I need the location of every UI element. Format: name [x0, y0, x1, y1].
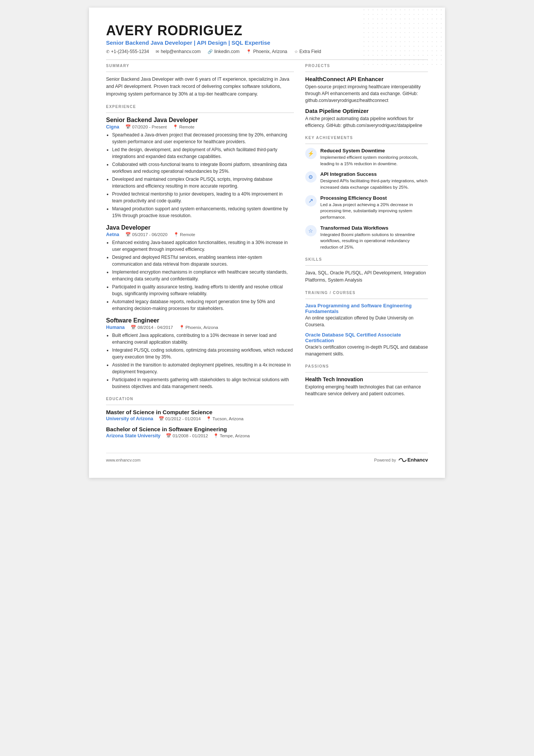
header-divider: [106, 59, 428, 60]
projects-divider: [305, 72, 428, 72]
job-company-aetna: Aetna: [106, 232, 119, 237]
achievement-icon-3: ☆: [305, 225, 317, 236]
bullet: Developed and maintained complex Oracle …: [112, 176, 294, 189]
project-text-1: A niche project automating data pipeline…: [305, 115, 428, 129]
edu-dates-bachelors: 📅 01/2008 - 01/2012: [166, 433, 208, 438]
project-title-0: HealthConnect API Enhancer: [305, 76, 428, 82]
resume-page: AVERY RODRIGUEZ Senior Backend Java Deve…: [89, 8, 445, 478]
course-0: Java Programming and Software Engineerin…: [305, 303, 428, 328]
left-column: SUMMARY Senior Backend Java Developer wi…: [106, 64, 294, 445]
achievements-section: KEY ACHIEVEMENTS ⚡ Reduced System Downti…: [305, 136, 428, 250]
location-icon: 📍: [246, 49, 251, 54]
passions-label: PASSIONS: [305, 364, 428, 368]
cal-icon: 📅: [125, 232, 131, 237]
bullet: Assisted in the transition to automated …: [112, 362, 294, 375]
bullet: Designed and deployed RESTful services, …: [112, 254, 294, 268]
pin-icon: 📍: [179, 325, 184, 330]
achievement-icon-2: ↗: [305, 195, 317, 207]
achievement-icon-0: ⚡: [305, 148, 317, 159]
job-dates-aetna: 📅 05/2017 - 06/2020: [125, 232, 167, 237]
course-title-0: Java Programming and Software Engineerin…: [305, 303, 428, 314]
project-text-0: Open-source project improving healthcare…: [305, 83, 428, 104]
bullet: Participated in quality assurance testin…: [112, 283, 294, 297]
header-section: AVERY RODRIGUEZ Senior Backend Java Deve…: [106, 23, 428, 54]
achievement-content-0: Reduced System Downtime Implemented effi…: [320, 148, 428, 167]
job-meta-cigna: Cigna 📅 07/2020 - Present 📍 Remote: [106, 124, 294, 130]
achievement-title-0: Reduced System Downtime: [320, 148, 428, 153]
pin-icon: 📍: [206, 416, 211, 421]
bullet: Enhanced existing Java-based application…: [112, 239, 294, 253]
achievement-content-3: Transformed Data Workflows Integrated Bo…: [320, 225, 428, 250]
summary-text: Senior Backend Java Developer with over …: [106, 76, 294, 98]
achievement-3: ☆ Transformed Data Workflows Integrated …: [305, 225, 428, 250]
education-label: EDUCATION: [106, 397, 294, 401]
contact-web: 🔗 linkedin.com: [208, 49, 240, 54]
edu-school-asu: Arizona State University: [106, 433, 161, 438]
bullet: Collaborated with cross-functional teams…: [112, 161, 294, 175]
education-divider: [106, 405, 294, 405]
job-dates-humana: 📅 08/2014 - 04/2017: [131, 325, 173, 330]
edu-location-bachelors: 📍 Tempe, Arizona: [213, 433, 250, 438]
achievement-text-2: Led a Java project achieving a 20% decre…: [320, 202, 428, 221]
job-location-humana: 📍 Phoenix, Arizona: [179, 325, 218, 330]
job-cigna: Senior Backend Java Developer Cigna 📅 07…: [106, 117, 294, 219]
summary-section: SUMMARY Senior Backend Java Developer wi…: [106, 64, 294, 98]
cal-icon: 📅: [166, 433, 171, 438]
course-1: Oracle Database SQL Certified Associate …: [305, 332, 428, 357]
achievement-text-3: Integrated Boomi platform solutions to s…: [320, 232, 428, 250]
cal-icon: 📅: [131, 325, 136, 330]
job-company-humana: Humana: [106, 325, 125, 330]
passion-title-0: Health Tech Innovation: [305, 376, 428, 382]
course-text-0: An online specialization offered by Duke…: [305, 315, 428, 328]
achievement-content-2: Processing Efficiency Boost Led a Java p…: [320, 195, 428, 221]
course-title-1: Oracle Database SQL Certified Associate …: [305, 332, 428, 343]
edu-location-masters: 📍 Tucson, Arizona: [206, 416, 244, 421]
passions-divider: [305, 372, 428, 373]
training-divider: [305, 299, 428, 299]
achievement-title-3: Transformed Data Workflows: [320, 225, 428, 231]
achievements-label: KEY ACHIEVEMENTS: [305, 136, 428, 140]
contact-extra: ☆ Extra Field: [294, 49, 321, 54]
phone-icon: ✆: [106, 49, 109, 54]
achievement-text-1: Designed APIs facilitating third-party i…: [320, 178, 428, 190]
job-meta-aetna: Aetna 📅 05/2017 - 06/2020 📍 Remote: [106, 232, 294, 237]
job-aetna: Java Developer Aetna 📅 05/2017 - 06/2020…: [106, 224, 294, 312]
achievement-0: ⚡ Reduced System Downtime Implemented ef…: [305, 148, 428, 167]
star-achievement-icon: ☆: [308, 228, 313, 234]
right-column: PROJECTS HealthConnect API Enhancer Open…: [305, 64, 428, 445]
project-datapipeline: Data Pipeline Optimizer A niche project …: [305, 108, 428, 129]
page-footer: www.enhancv.com Powered by Enhancv: [106, 453, 428, 463]
job-location-cigna: 📍 Remote: [173, 124, 194, 130]
edu-dates-masters: 📅 01/2012 - 01/2014: [159, 416, 201, 421]
enhancv-logo: Enhancv: [398, 457, 428, 463]
project-healthconnect: HealthConnect API Enhancer Open-source p…: [305, 76, 428, 104]
skills-divider: [305, 265, 428, 266]
experience-divider: [106, 113, 294, 113]
course-text-1: Oracle's certification covering in-depth…: [305, 344, 428, 357]
edu-school-arizona: University of Arizona: [106, 416, 153, 421]
edu-meta-masters: University of Arizona 📅 01/2012 - 01/201…: [106, 416, 294, 421]
job-bullets-aetna: Enhanced existing Java-based application…: [106, 239, 294, 312]
main-columns: SUMMARY Senior Backend Java Developer wi…: [106, 64, 428, 445]
passion-text-0: Exploring emerging health technologies t…: [305, 383, 428, 397]
bullet: Integrated PL/SQL coding solutions, opti…: [112, 347, 294, 360]
job-location-aetna: 📍 Remote: [173, 232, 195, 237]
skills-text: Java, SQL, Oracle PL/SQL, API Developmen…: [305, 269, 428, 284]
achievement-2: ↗ Processing Efficiency Boost Led a Java…: [305, 195, 428, 221]
summary-divider: [106, 72, 294, 72]
experience-label: EXPERIENCE: [106, 105, 294, 109]
enhancv-logo-svg: [398, 457, 407, 463]
achievements-divider: [305, 144, 428, 144]
passions-section: PASSIONS Health Tech Innovation Explorin…: [305, 364, 428, 397]
contact-location: 📍 Phoenix, Arizona: [246, 49, 287, 54]
training-label: TRAINING / COURSES: [305, 291, 428, 295]
lightning-icon: ⚡: [308, 150, 314, 157]
bullet: Managed production support and system en…: [112, 205, 294, 219]
job-bullets-cigna: Spearheaded a Java-driven project that d…: [106, 131, 294, 219]
job-humana: Software Engineer Humana 📅 08/2014 - 04/…: [106, 317, 294, 390]
achievement-content-1: API Integration Success Designed APIs fa…: [320, 171, 428, 190]
footer-url: www.enhancv.com: [106, 458, 141, 462]
pin-icon: 📍: [213, 433, 219, 438]
achievement-text-0: Implemented efficient system monitoring …: [320, 154, 428, 167]
candidate-name: AVERY RODRIGUEZ: [106, 23, 428, 39]
